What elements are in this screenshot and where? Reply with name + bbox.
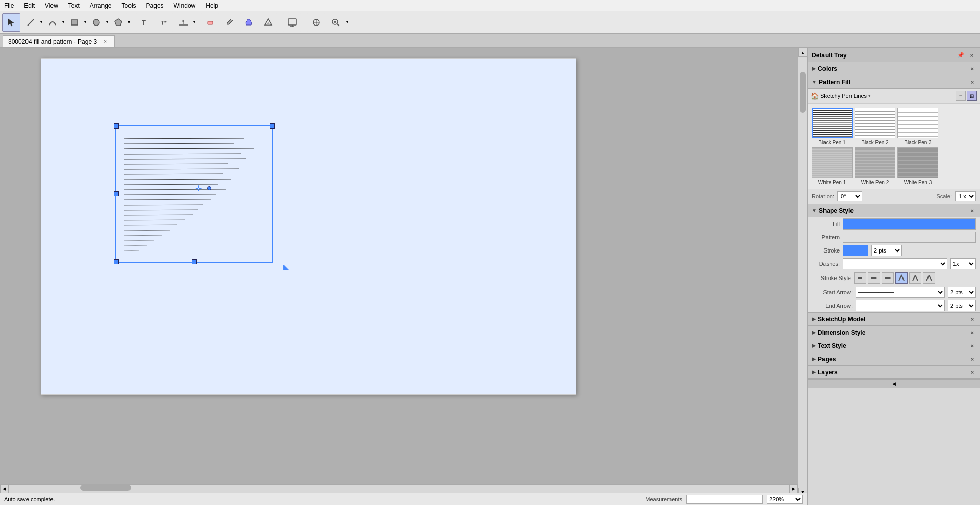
canvas-area[interactable]: ✛ ◣ ▲ ▼ ◀ ▶ Auto save complete. — [0, 48, 807, 505]
rotation-select[interactable]: 0° 45° 90° 135° — [837, 191, 862, 201]
scroll-left-button[interactable]: ◀ — [0, 485, 9, 493]
pan-button[interactable] — [307, 13, 325, 32]
pattern-white-pen-1[interactable]: White Pen 1 — [812, 147, 853, 185]
menu-help[interactable]: Help — [203, 1, 220, 10]
text-tool-button[interactable]: T — [136, 13, 154, 32]
menu-file[interactable]: File — [2, 1, 16, 10]
pattern-black-pen-1[interactable]: Black Pen 1 — [812, 108, 853, 145]
selection-handle-tr[interactable] — [270, 123, 275, 129]
end-arrow-select[interactable]: ───────── ─────────► ─────────▲ — [856, 300, 945, 311]
eraser-tool-button[interactable] — [201, 13, 219, 32]
zoom-button[interactable] — [326, 13, 345, 32]
pattern-white-pen-2[interactable]: White Pen 2 — [855, 147, 895, 185]
sketchup-close-button[interactable]: × — [969, 316, 976, 323]
path-dropdown-arrow[interactable]: ▾ — [868, 93, 871, 98]
list-view-button[interactable]: ≡ — [956, 91, 966, 101]
selection-handle-lm[interactable] — [114, 191, 119, 196]
colors-section-header[interactable]: ▶ Colors × — [808, 62, 980, 75]
menu-window[interactable]: Window — [172, 1, 198, 10]
pattern-fill-close-button[interactable]: × — [969, 79, 976, 86]
menu-pages[interactable]: Pages — [144, 1, 166, 10]
zoom-select[interactable]: 220% 100% 150% 200% — [767, 495, 803, 504]
arc-tool-button[interactable] — [43, 13, 62, 32]
stroke-style-round[interactable] — [868, 272, 880, 284]
select-tool-button[interactable] — [2, 13, 20, 32]
menu-edit[interactable]: Edit — [22, 1, 37, 10]
scale-select[interactable]: 1 x 2 x 4 x 8 x — [955, 191, 976, 201]
stroke-style-square[interactable] — [882, 272, 894, 284]
layers-close-button[interactable]: × — [969, 369, 976, 376]
grid-view-button[interactable]: ⊞ — [967, 91, 977, 101]
stroke-style-round-join[interactable] — [909, 272, 921, 284]
menu-arrange[interactable]: Arrange — [88, 1, 114, 10]
tab-close-button[interactable]: × — [101, 38, 109, 46]
svg-line-25 — [124, 154, 241, 154]
arc-tool-dropdown[interactable]: ▾ — [62, 20, 64, 24]
sample-color-button[interactable] — [220, 13, 239, 32]
dimension-tool-button[interactable]: d — [174, 13, 193, 32]
scroll-right-button[interactable]: ▶ — [789, 485, 798, 493]
shape-style-close-button[interactable]: × — [969, 207, 976, 214]
line-tool-dropdown[interactable]: ▾ — [40, 20, 42, 24]
rect-tool-dropdown[interactable]: ▾ — [84, 20, 86, 24]
color-fill-button[interactable] — [240, 13, 258, 32]
start-arrow-size-select[interactable]: 2 pts 1 pts 3 pts — [948, 287, 976, 298]
text-style-section[interactable]: ▶ Text Style × — [808, 339, 980, 352]
zoom-dropdown[interactable]: ▾ — [346, 20, 348, 24]
styled-text-tool-button[interactable]: T* — [155, 13, 173, 32]
pages-section[interactable]: ▶ Pages × — [808, 352, 980, 366]
dimension-style-section[interactable]: ▶ Dimension Style × — [808, 326, 980, 339]
menu-tools[interactable]: Tools — [120, 1, 138, 10]
colors-close-button[interactable]: × — [969, 65, 976, 72]
pages-close-button[interactable]: × — [969, 356, 976, 363]
document-tab[interactable]: 3000204 fill and pattern - Page 3 × — [3, 35, 115, 47]
stroke-style-bevel[interactable] — [923, 272, 935, 284]
text-style-close-button[interactable]: × — [969, 342, 976, 349]
rect-tool-button[interactable] — [65, 13, 84, 32]
shape-style-header[interactable]: ▼ Shape Style × — [808, 204, 980, 217]
vertical-scrollbar[interactable]: ▲ ▼ — [798, 48, 807, 496]
panel-close-button[interactable]: × — [968, 51, 976, 59]
shape-fill-button[interactable] — [259, 13, 277, 32]
pattern-black-pen-3[interactable]: Black Pen 3 — [897, 108, 938, 145]
stroke-color-swatch[interactable] — [843, 245, 868, 256]
pattern-swatch[interactable] — [843, 232, 976, 243]
start-arrow-select[interactable]: ───────── ◄───────── ▲───────── — [856, 287, 945, 298]
scroll-track-h[interactable] — [9, 485, 789, 493]
scroll-thumb-h[interactable] — [80, 485, 131, 491]
end-arrow-size-select[interactable]: 2 pts 1 pts 3 pts — [948, 300, 976, 311]
scroll-up-button[interactable]: ▲ — [798, 48, 807, 57]
home-icon[interactable]: 🏠 — [811, 92, 819, 100]
scroll-track-v[interactable] — [800, 57, 806, 488]
scroll-thumb-v[interactable] — [800, 72, 806, 113]
dimension-tool-dropdown[interactable]: ▾ — [193, 20, 195, 24]
dashes-select[interactable]: ───────── - - - - - · · · · · — [843, 258, 947, 269]
selection-handle-bl[interactable] — [114, 259, 119, 264]
menu-text[interactable]: Text — [66, 1, 82, 10]
stroke-style-miter[interactable] — [895, 272, 908, 284]
polygon-tool-dropdown[interactable]: ▾ — [128, 20, 130, 24]
panel-scroll-left[interactable]: ◀ — [808, 379, 980, 388]
dash-extra-select[interactable]: 1x 2x — [950, 258, 976, 269]
line-tool-button[interactable] — [21, 13, 40, 32]
stroke-style-butt[interactable] — [854, 272, 866, 284]
fill-swatch[interactable] — [843, 218, 976, 230]
pattern-fill-header[interactable]: ▼ Pattern Fill × — [808, 75, 980, 89]
circle-tool-button[interactable] — [87, 13, 106, 32]
selection-handle-tl[interactable] — [114, 123, 119, 129]
polygon-tool-button[interactable] — [109, 13, 127, 32]
pattern-white-pen-3[interactable]: White Pen 3 — [897, 147, 938, 185]
selection-handle-bm[interactable] — [192, 259, 197, 264]
layers-section[interactable]: ▶ Layers × — [808, 366, 980, 379]
pattern-black-pen-2[interactable]: Black Pen 2 — [855, 108, 895, 145]
panel-unpin-button[interactable]: 📌 — [957, 51, 965, 59]
dimension-close-button[interactable]: × — [969, 329, 976, 336]
selection-box[interactable]: ✛ — [115, 125, 273, 263]
sketchup-model-section[interactable]: ▶ SketchUp Model × — [808, 313, 980, 326]
presentation-button[interactable] — [283, 13, 301, 32]
menu-view[interactable]: View — [43, 1, 60, 10]
circle-tool-dropdown[interactable]: ▾ — [106, 20, 108, 24]
stroke-size-select[interactable]: 2 pts 1 pts 3 pts 4 pts — [871, 245, 902, 256]
horizontal-scrollbar[interactable]: ◀ ▶ — [0, 484, 798, 493]
measurements-input[interactable] — [686, 495, 763, 504]
